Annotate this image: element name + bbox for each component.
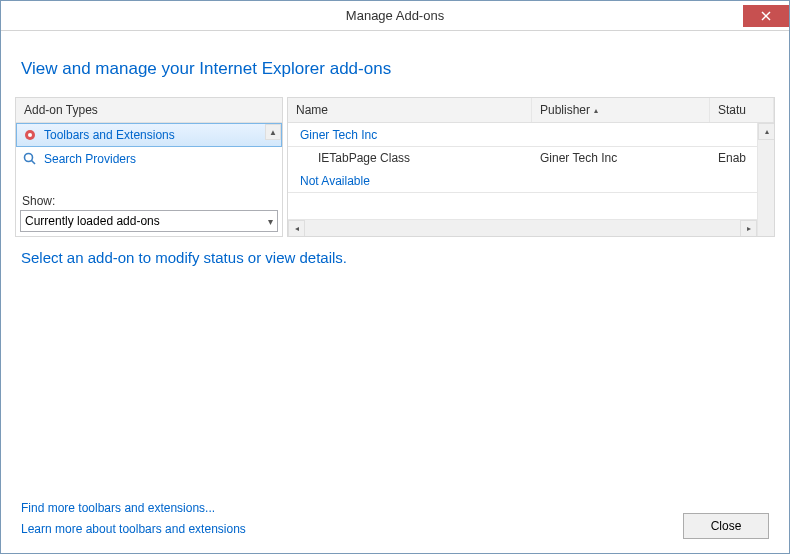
- svg-line-5: [32, 161, 36, 165]
- content-area: View and manage your Internet Explorer a…: [1, 31, 789, 553]
- addons-list-panel: Name Publisher▴ Statu Giner Tech Inc IET…: [287, 97, 775, 237]
- chevron-down-icon: ▾: [268, 216, 273, 227]
- link-find-more[interactable]: Find more toolbars and extensions...: [21, 498, 246, 518]
- main-panels: Add-on Types Toolbars and Extensions Sea…: [15, 97, 775, 237]
- titlebar: Manage Add-ons: [1, 1, 789, 31]
- footer-links: Find more toolbars and extensions... Lea…: [21, 498, 246, 539]
- search-icon: [22, 151, 38, 167]
- manage-addons-window: Manage Add-ons View and manage your Inte…: [0, 0, 790, 554]
- scroll-vtrack[interactable]: [758, 140, 774, 236]
- window-close-button[interactable]: [743, 5, 789, 27]
- type-label: Search Providers: [44, 152, 136, 166]
- type-toolbars-extensions[interactable]: Toolbars and Extensions: [16, 123, 282, 147]
- column-publisher[interactable]: Publisher▴: [532, 98, 710, 122]
- show-label: Show:: [16, 191, 282, 210]
- spacer: [15, 272, 775, 492]
- close-button[interactable]: Close: [683, 513, 769, 539]
- addon-types-panel: Add-on Types Toolbars and Extensions Sea…: [15, 97, 283, 237]
- table-row[interactable]: IETabPage Class Giner Tech Inc Enab: [288, 147, 757, 169]
- group-giner-tech[interactable]: Giner Tech Inc: [288, 123, 757, 147]
- scroll-left-button[interactable]: ◂: [288, 220, 305, 237]
- column-status[interactable]: Statu: [710, 98, 774, 122]
- svg-point-4: [25, 154, 33, 162]
- column-name[interactable]: Name: [288, 98, 532, 122]
- link-learn-more[interactable]: Learn more about toolbars and extensions: [21, 519, 246, 539]
- type-label: Toolbars and Extensions: [44, 128, 175, 142]
- close-icon: [761, 11, 771, 21]
- scroll-track[interactable]: [305, 220, 740, 237]
- gear-icon: [22, 127, 38, 143]
- show-dropdown-value: Currently loaded add-ons: [25, 214, 160, 228]
- addon-types-header: Add-on Types: [16, 98, 282, 123]
- group-not-available[interactable]: Not Available: [288, 169, 757, 193]
- vertical-scrollbar[interactable]: ▴: [757, 123, 774, 236]
- cell-publisher: Giner Tech Inc: [532, 151, 710, 165]
- page-heading: View and manage your Internet Explorer a…: [21, 59, 775, 79]
- column-headers: Name Publisher▴ Statu: [288, 98, 774, 123]
- addon-types-list: Toolbars and Extensions Search Providers…: [16, 123, 282, 191]
- cell-name: IETabPage Class: [288, 151, 532, 165]
- addons-rows: Giner Tech Inc IETabPage Class Giner Tec…: [288, 123, 757, 219]
- show-dropdown[interactable]: Currently loaded add-ons ▾: [20, 210, 278, 232]
- scroll-up-button[interactable]: ▴: [758, 123, 774, 140]
- type-search-providers[interactable]: Search Providers: [16, 147, 282, 171]
- window-title: Manage Add-ons: [346, 8, 444, 23]
- addons-body-wrap: Giner Tech Inc IETabPage Class Giner Tec…: [288, 123, 774, 236]
- addons-body: Giner Tech Inc IETabPage Class Giner Tec…: [288, 123, 757, 236]
- scroll-right-button[interactable]: ▸: [740, 220, 757, 237]
- scroll-up-button[interactable]: ▲: [265, 124, 281, 140]
- close-button-label: Close: [711, 519, 742, 533]
- svg-point-3: [28, 133, 32, 137]
- horizontal-scrollbar[interactable]: ◂ ▸: [288, 219, 757, 236]
- sort-arrow-icon: ▴: [594, 106, 598, 115]
- footer: Find more toolbars and extensions... Lea…: [15, 492, 775, 543]
- cell-status: Enab: [710, 151, 757, 165]
- detail-prompt: Select an add-on to modify status or vie…: [15, 243, 775, 272]
